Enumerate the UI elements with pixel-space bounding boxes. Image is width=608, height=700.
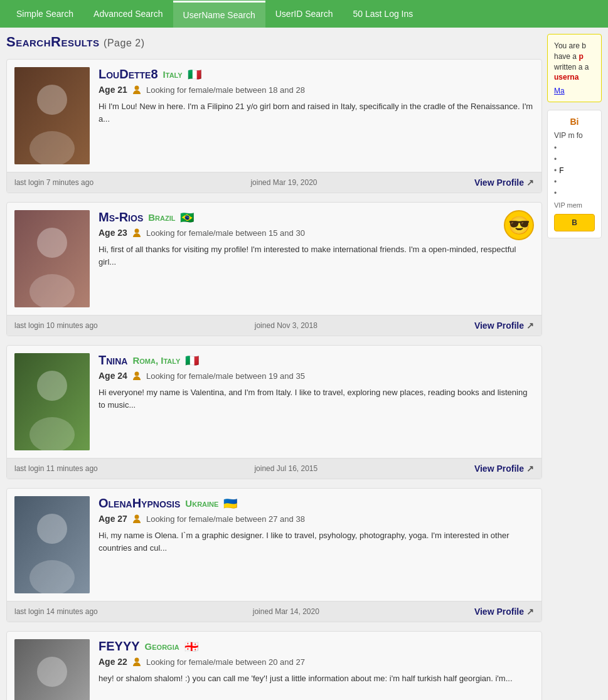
nav-simple-search[interactable]: Simple Search <box>6 1 83 26</box>
vip-join-button[interactable]: B <box>554 214 595 231</box>
sidebar-vip-box: Bi VIP m fo F VIP mem B <box>547 110 602 238</box>
bio-loudette8: Hi I'm Lou! New in here. I'm a Filipino … <box>99 100 534 125</box>
sidebar-notice-text: You are b have a p written a a userna <box>554 41 595 83</box>
view-profile-btn-loudette8[interactable]: View Profile ↗ <box>474 178 534 188</box>
external-link-icon-tnina: ↗ <box>526 464 534 474</box>
user-icon-loudette8 <box>131 84 142 95</box>
card-info-olenahypnosis: OlenaHypnosis Ukraine 🇺🇦 Age 27 Looking … <box>99 496 534 593</box>
profile-photo-feyyy <box>14 639 90 700</box>
sidebar: You are b have a p written a a userna Ma… <box>542 34 602 700</box>
age-feyyy: Age 22 <box>99 657 127 667</box>
profile-photo-ms-rios <box>14 210 90 307</box>
bio-feyyy: hey! or shalom shalom! :) you can call m… <box>99 672 534 685</box>
sidebar-more-link[interactable]: Ma <box>554 87 595 95</box>
card-header-ms-rios: Ms-Rios Brazil 🇧🇷 <box>99 210 534 225</box>
svg-point-19 <box>134 658 139 662</box>
card-info-feyyy: FEYYY Georgia 🇬🇪 Age 22 Looking for fema… <box>99 639 534 700</box>
profile-photo-olenahypnosis <box>14 496 90 593</box>
flag-loudette8: 🇮🇹 <box>188 68 201 82</box>
svg-point-9 <box>37 371 67 401</box>
username-olenahypnosis: OlenaHypnosis <box>99 496 180 511</box>
sidebar-notice-box: You are b have a p written a a userna Ma <box>547 34 602 102</box>
looking-for-ms-rios: Looking for female/male between 15 and 3… <box>146 228 305 238</box>
bio-ms-rios: Hi, first of all thanks for visiting my … <box>99 243 534 268</box>
bio-tnina: Hi everyone! my name is Valentina, and I… <box>99 386 534 411</box>
page-number: (Page 2) <box>104 38 144 48</box>
nav-advanced-search[interactable]: Advanced Search <box>83 1 173 26</box>
nav-userid-search[interactable]: UserID Search <box>265 1 343 26</box>
vip-bullet-2 <box>554 155 595 164</box>
country-loudette8: Italy <box>163 69 183 80</box>
age-ms-rios: Age 23 <box>99 228 127 238</box>
card-info-ms-rios: Ms-Rios Brazil 🇧🇷 Age 23 Looking for fem… <box>99 210 534 307</box>
sidebar-vip-title: Bi <box>554 117 595 127</box>
search-results-title: SearchResults <box>6 34 99 50</box>
card-body-olenahypnosis: OlenaHypnosis Ukraine 🇺🇦 Age 27 Looking … <box>7 489 541 601</box>
user-icon-tnina <box>131 370 142 381</box>
joined-date-ms-rios: joined Nov 3, 2018 <box>255 321 317 330</box>
age-row-loudette8: Age 21 Looking for female/male between 1… <box>99 84 534 95</box>
view-profile-btn-olenahypnosis[interactable]: View Profile ↗ <box>474 607 534 617</box>
vip-bullet-5 <box>554 189 595 198</box>
card-body-tnina: Tnina Roma, Italy 🇮🇹 Age 24 Looking for … <box>7 346 541 458</box>
page-title: SearchResults (Page 2) <box>6 34 542 50</box>
username-ms-rios: Ms-Rios <box>99 210 143 225</box>
last-login-olenahypnosis: last login 14 minutes ago <box>14 607 98 616</box>
joined-date-olenahypnosis: joined Mar 14, 2020 <box>253 607 319 616</box>
nav-last-logins[interactable]: 50 Last Log Ins <box>343 1 424 26</box>
username-feyyy: FEYYY <box>99 639 140 654</box>
flag-ms-rios: 🇧🇷 <box>180 211 194 225</box>
bio-olenahypnosis: Hi, my name is Olena. I`m a graphic desi… <box>99 529 534 554</box>
card-footer-tnina: last login 11 minutes ago joined Jul 16,… <box>7 458 541 479</box>
age-tnina: Age 24 <box>99 371 127 381</box>
country-feyyy: Georgia <box>145 641 179 652</box>
age-row-olenahypnosis: Age 27 Looking for female/male between 2… <box>99 513 534 524</box>
card-footer-olenahypnosis: last login 14 minutes ago joined Mar 14,… <box>7 601 541 622</box>
user-icon-olenahypnosis <box>131 513 142 524</box>
age-olenahypnosis: Age 27 <box>99 514 127 524</box>
card-header-olenahypnosis: OlenaHypnosis Ukraine 🇺🇦 <box>99 496 534 511</box>
card-body-loudette8: LouDette8 Italy 🇮🇹 Age 21 Looking for fe… <box>7 60 541 172</box>
vip-bullet-3: F <box>554 166 595 175</box>
profile-photo-tnina <box>14 353 90 450</box>
profile-photo-loudette8 <box>14 67 90 164</box>
age-row-ms-rios: Age 23 Looking for female/male between 1… <box>99 227 534 238</box>
user-icon-ms-rios <box>131 227 142 238</box>
nav-username-search[interactable]: UserName Search <box>173 1 265 28</box>
view-profile-btn-ms-rios[interactable]: View Profile ↗ <box>474 321 534 331</box>
profile-card-feyyy: FEYYY Georgia 🇬🇪 Age 22 Looking for fema… <box>6 631 542 700</box>
main-content: SearchResults (Page 2) LouDette8 Italy 🇮… <box>6 34 542 700</box>
card-footer-loudette8: last login 7 minutes ago joined Mar 19, … <box>7 172 541 193</box>
smiley-badge: 😎 <box>504 210 534 240</box>
svg-point-7 <box>134 229 139 233</box>
profile-card-loudette8: LouDette8 Italy 🇮🇹 Age 21 Looking for fe… <box>6 59 542 193</box>
last-login-ms-rios: last login 10 minutes ago <box>14 321 98 330</box>
sidebar-vip-desc: VIP m fo <box>554 130 595 141</box>
vip-bullet-1 <box>554 144 595 152</box>
svg-point-5 <box>37 228 67 258</box>
svg-point-1 <box>37 85 67 115</box>
nav-bar: Simple Search Advanced Search UserName S… <box>0 0 608 28</box>
card-info-tnina: Tnina Roma, Italy 🇮🇹 Age 24 Looking for … <box>99 353 534 450</box>
vip-member-label: VIP mem <box>554 201 595 209</box>
profile-card-ms-rios: Ms-Rios Brazil 🇧🇷 Age 23 Looking for fem… <box>6 202 542 336</box>
profile-card-tnina: Tnina Roma, Italy 🇮🇹 Age 24 Looking for … <box>6 345 542 479</box>
looking-for-tnina: Looking for female/male between 19 and 3… <box>146 371 305 381</box>
age-loudette8: Age 21 <box>99 85 127 95</box>
username-loudette8: LouDette8 <box>99 67 158 82</box>
looking-for-olenahypnosis: Looking for female/male between 27 and 3… <box>146 514 305 524</box>
profiles-list: LouDette8 Italy 🇮🇹 Age 21 Looking for fe… <box>6 59 542 700</box>
joined-date-loudette8: joined Mar 19, 2020 <box>250 178 317 187</box>
flag-feyyy: 🇬🇪 <box>184 640 198 654</box>
external-link-icon-olenahypnosis: ↗ <box>526 607 534 617</box>
view-profile-btn-tnina[interactable]: View Profile ↗ <box>474 464 534 474</box>
card-body-ms-rios: Ms-Rios Brazil 🇧🇷 Age 23 Looking for fem… <box>7 203 541 315</box>
card-header-tnina: Tnina Roma, Italy 🇮🇹 <box>99 353 534 368</box>
last-login-tnina: last login 11 minutes ago <box>14 464 98 473</box>
looking-for-loudette8: Looking for female/male between 18 and 2… <box>146 85 305 95</box>
user-icon-feyyy <box>131 656 142 667</box>
external-link-icon-loudette8: ↗ <box>526 178 534 188</box>
svg-point-11 <box>134 372 139 376</box>
card-header-loudette8: LouDette8 Italy 🇮🇹 <box>99 67 534 82</box>
card-body-feyyy: FEYYY Georgia 🇬🇪 Age 22 Looking for fema… <box>7 632 541 700</box>
